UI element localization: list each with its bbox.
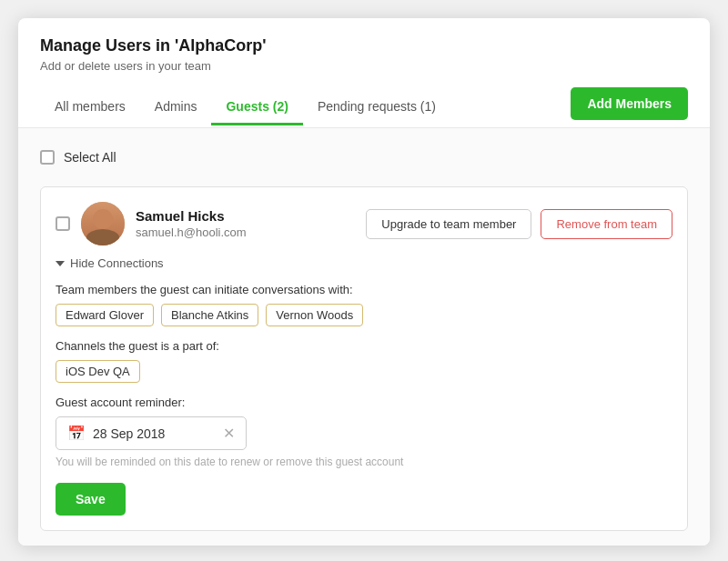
hide-connections-toggle[interactable]: Hide Connections [56, 256, 672, 270]
content-area: Select All Samuel Hicks samuel.h@hooli.c… [18, 128, 710, 546]
user-card: Samuel Hicks samuel.h@hooli.com Upgrade … [40, 186, 688, 531]
user-info: Samuel Hicks samuel.h@hooli.com [136, 208, 247, 239]
team-members-section: Team members the guest can initiate conv… [56, 283, 672, 326]
tab-all-members[interactable]: All members [40, 90, 140, 125]
save-button[interactable]: Save [56, 483, 126, 516]
upgrade-to-team-member-button[interactable]: Upgrade to team member [366, 209, 531, 239]
clear-date-icon[interactable]: ✕ [223, 425, 235, 442]
tag-vernon-woods[interactable]: Vernon Woods [266, 304, 363, 326]
window-header: Manage Users in 'AlphaCorp' Add or delet… [18, 18, 710, 128]
channels-label: Channels the guest is a part of: [56, 339, 672, 353]
reminder-date: 28 Sep 2018 [93, 426, 216, 441]
user-row-left: Samuel Hicks samuel.h@hooli.com [56, 202, 247, 245]
date-input-wrapper[interactable]: 📅 28 Sep 2018 ✕ [56, 416, 247, 450]
team-members-label: Team members the guest can initiate conv… [56, 283, 672, 296]
channels-section: Channels the guest is a part of: iOS Dev… [56, 339, 672, 383]
page-subtitle: Add or delete users in your team [40, 59, 688, 73]
user-email: samuel.h@hooli.com [136, 225, 247, 239]
reminder-hint: You will be reminded on this date to ren… [56, 456, 672, 468]
select-all-label: Select All [64, 150, 116, 165]
remove-from-team-button[interactable]: Remove from team [541, 209, 672, 239]
select-all-row: Select All [40, 143, 688, 172]
page-title: Manage Users in 'AlphaCorp' [40, 36, 688, 55]
user-name: Samuel Hicks [136, 208, 247, 224]
tag-edward-glover[interactable]: Edward Glover [56, 304, 154, 326]
user-card-top: Samuel Hicks samuel.h@hooli.com Upgrade … [56, 202, 672, 245]
tag-ios-dev-qa[interactable]: iOS Dev QA [56, 360, 140, 383]
avatar [81, 202, 125, 245]
tab-admins[interactable]: Admins [140, 90, 212, 125]
team-members-tags: Edward Glover Blanche Atkins Vernon Wood… [56, 304, 672, 326]
user-checkbox[interactable] [56, 216, 70, 231]
channels-tags: iOS Dev QA [56, 360, 672, 383]
hide-connections-label: Hide Connections [70, 256, 164, 270]
chevron-down-icon [56, 261, 65, 266]
reminder-label: Guest account reminder: [56, 396, 672, 409]
user-card-actions: Upgrade to team member Remove from team [366, 209, 672, 239]
tab-pending-requests[interactable]: Pending requests (1) [303, 90, 450, 125]
tabs-row: All members Admins Guests (2) Pending re… [40, 87, 688, 127]
add-members-button[interactable]: Add Members [571, 87, 688, 120]
main-window: Manage Users in 'AlphaCorp' Add or delet… [18, 18, 710, 546]
tabs-container: All members Admins Guests (2) Pending re… [40, 90, 450, 125]
select-all-checkbox[interactable] [40, 150, 55, 165]
calendar-icon: 📅 [67, 425, 86, 442]
guest-reminder-section: Guest account reminder: 📅 28 Sep 2018 ✕ … [56, 396, 672, 468]
tab-guests[interactable]: Guests (2) [211, 90, 302, 125]
tag-blanche-atkins[interactable]: Blanche Atkins [161, 304, 258, 326]
